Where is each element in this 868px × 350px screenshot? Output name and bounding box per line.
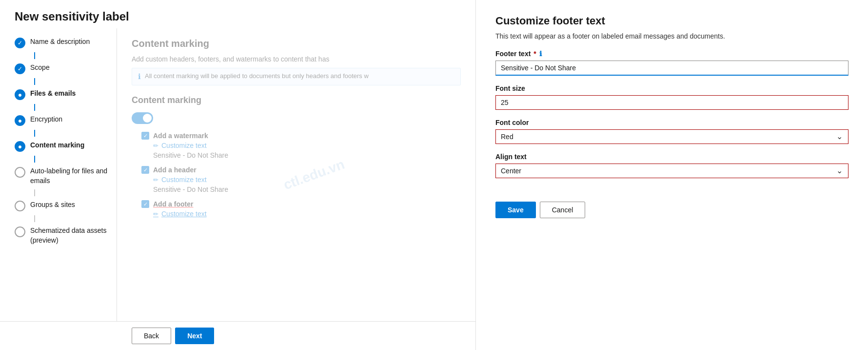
panel-title: Customize footer text bbox=[495, 15, 848, 27]
footer-text-info-icon: ℹ bbox=[539, 50, 542, 58]
required-star: * bbox=[533, 50, 536, 58]
connector bbox=[34, 189, 35, 196]
sidebar-item-files-emails[interactable]: ● Files & emails bbox=[15, 85, 117, 104]
connector bbox=[34, 156, 35, 163]
footer-text-field-group: Footer text * ℹ bbox=[495, 50, 848, 76]
sidebar-item-name-description[interactable]: ✓ Name & description bbox=[15, 33, 117, 52]
content-area: ctl.edu.vn Content marking Add custom he… bbox=[117, 28, 475, 321]
main-content: ✓ Name & description ✓ Scope ● Files & e… bbox=[0, 28, 475, 321]
footer-text-label: Footer text * ℹ bbox=[495, 50, 848, 58]
sidebar-item-groups-sites[interactable]: Groups & sites bbox=[15, 196, 117, 215]
connector bbox=[34, 215, 35, 222]
save-button[interactable]: Save bbox=[495, 202, 536, 218]
sidebar-item-auto-labeling[interactable]: Auto-labeling for files and emails bbox=[15, 163, 117, 189]
step-indicator-completed: ✓ bbox=[15, 38, 25, 48]
connector bbox=[34, 52, 35, 59]
content-overlay bbox=[117, 28, 475, 321]
font-color-select-wrapper: Red Blue Black Green bbox=[495, 129, 848, 144]
connector bbox=[34, 130, 35, 137]
align-text-field-group: Align text Left Center Right bbox=[495, 153, 848, 178]
step-indicator-auto-labeling bbox=[15, 167, 25, 178]
align-text-select-wrapper: Left Center Right bbox=[495, 164, 848, 178]
footer-text-input[interactable] bbox=[495, 61, 848, 76]
sidebar: ✓ Name & description ✓ Scope ● Files & e… bbox=[0, 28, 117, 321]
footer-buttons: Back Next bbox=[0, 321, 475, 350]
step-indicator-files: ● bbox=[15, 89, 25, 100]
sidebar-item-scope[interactable]: ✓ Scope bbox=[15, 59, 117, 78]
sidebar-item-content-marking[interactable]: ● Content marking bbox=[15, 137, 117, 156]
right-panel: Customize footer text This text will app… bbox=[475, 0, 868, 350]
sidebar-item-encryption[interactable]: ● Encryption bbox=[15, 111, 117, 130]
font-color-field-group: Font color Red Blue Black Green bbox=[495, 119, 848, 144]
step-indicator-schematized bbox=[15, 226, 25, 237]
next-button[interactable]: Next bbox=[175, 328, 214, 344]
align-text-select[interactable]: Left Center Right bbox=[495, 164, 848, 178]
align-text-label: Align text bbox=[495, 153, 848, 161]
step-indicator-encryption: ● bbox=[15, 115, 25, 126]
connector bbox=[34, 78, 35, 85]
connector bbox=[34, 104, 35, 111]
back-button[interactable]: Back bbox=[132, 328, 171, 344]
step-indicator-groups bbox=[15, 201, 25, 211]
panel-footer-buttons: Save Cancel bbox=[495, 202, 848, 218]
font-color-select[interactable]: Red Blue Black Green bbox=[495, 129, 848, 144]
font-size-field-group: Font size bbox=[495, 84, 848, 110]
step-indicator-scope: ✓ bbox=[15, 63, 25, 74]
font-size-label: Font size bbox=[495, 84, 848, 92]
cancel-button[interactable]: Cancel bbox=[540, 202, 586, 218]
panel-description: This text will appear as a footer on lab… bbox=[495, 32, 848, 40]
page-title: New sensitivity label bbox=[0, 0, 475, 28]
sidebar-item-schematized[interactable]: Schematized data assets (preview) bbox=[15, 222, 117, 249]
step-indicator-content-marking: ● bbox=[15, 141, 25, 152]
main-page: New sensitivity label ✓ Name & descripti… bbox=[0, 0, 475, 350]
font-size-input[interactable] bbox=[495, 95, 848, 110]
font-color-label: Font color bbox=[495, 119, 848, 126]
